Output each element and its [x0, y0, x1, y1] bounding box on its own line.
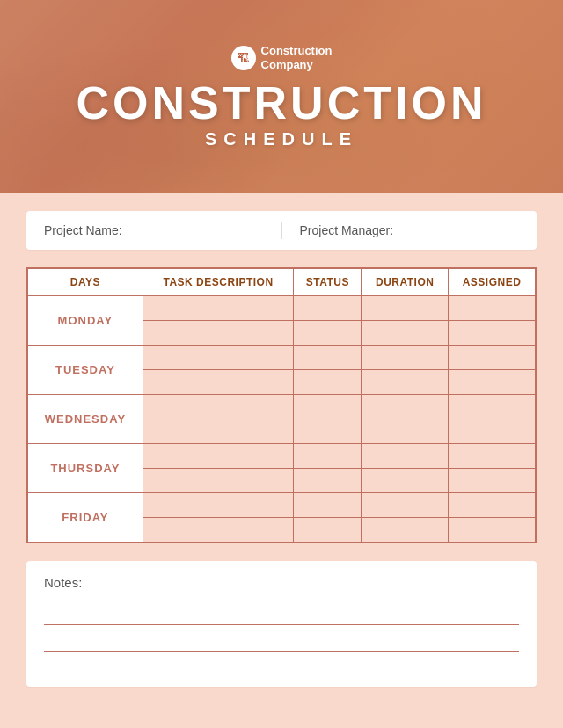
assigned-cell[interactable] — [448, 469, 536, 493]
hero-section: 🏗 ConstructionCompany CONSTRUCTION SCHED… — [0, 0, 563, 193]
assigned-cell[interactable] — [448, 321, 536, 346]
col-header-duration: DURATION — [362, 268, 449, 296]
day-tuesday: TUESDAY — [27, 346, 143, 395]
task-cell[interactable] — [143, 419, 293, 444]
notes-label: Notes: — [44, 575, 519, 590]
table-header-row: DAYS TASK DESCRIPTION STATUS DURATION AS… — [27, 268, 536, 296]
assigned-cell[interactable] — [448, 395, 536, 419]
task-cell[interactable] — [143, 469, 293, 493]
task-cell[interactable] — [143, 444, 293, 469]
task-cell[interactable] — [143, 296, 293, 321]
notes-line-2 — [44, 634, 519, 652]
status-cell[interactable] — [294, 444, 362, 469]
task-cell[interactable] — [143, 395, 293, 419]
hero-subtitle: SCHEDULE — [205, 129, 358, 149]
logo-text: ConstructionCompany — [261, 44, 333, 71]
logo-bar: 🏗 ConstructionCompany — [231, 44, 333, 71]
task-cell[interactable] — [143, 346, 293, 370]
table-row: FRIDAY — [27, 493, 536, 518]
project-manager-label: Project Manager: — [300, 223, 520, 237]
duration-cell[interactable] — [362, 469, 449, 493]
day-thursday: THURSDAY — [27, 444, 143, 493]
hero-content: 🏗 ConstructionCompany CONSTRUCTION SCHED… — [0, 0, 563, 193]
assigned-cell[interactable] — [448, 444, 536, 469]
assigned-cell[interactable] — [448, 296, 536, 321]
schedule-table-wrapper: DAYS TASK DESCRIPTION STATUS DURATION AS… — [26, 267, 537, 543]
task-cell[interactable] — [143, 518, 293, 542]
duration-cell[interactable] — [362, 321, 449, 346]
status-cell[interactable] — [294, 469, 362, 493]
duration-cell[interactable] — [362, 419, 449, 444]
project-name-label: Project Name: — [44, 223, 264, 237]
duration-cell[interactable] — [362, 346, 449, 370]
duration-cell[interactable] — [362, 296, 449, 321]
status-cell[interactable] — [294, 419, 362, 444]
assigned-cell[interactable] — [448, 419, 536, 444]
duration-cell[interactable] — [362, 395, 449, 419]
assigned-cell[interactable] — [448, 346, 536, 370]
col-header-task: TASK DESCRIPTION — [143, 268, 293, 296]
status-cell[interactable] — [294, 321, 362, 346]
table-row: MONDAY — [27, 296, 536, 321]
project-bar: Project Name: Project Manager: — [26, 211, 537, 250]
col-header-days: DAYS — [27, 268, 143, 296]
duration-cell[interactable] — [362, 493, 449, 518]
duration-cell[interactable] — [362, 370, 449, 395]
status-cell[interactable] — [294, 370, 362, 395]
status-cell[interactable] — [294, 518, 362, 542]
notes-section: Notes: — [26, 561, 537, 687]
table-row: THURSDAY — [27, 444, 536, 469]
assigned-cell[interactable] — [448, 370, 536, 395]
col-header-assigned: ASSIGNED — [448, 268, 536, 296]
status-cell[interactable] — [294, 346, 362, 370]
duration-cell[interactable] — [362, 444, 449, 469]
assigned-cell[interactable] — [448, 518, 536, 542]
logo-icon: 🏗 — [231, 46, 256, 70]
col-header-status: STATUS — [294, 268, 362, 296]
assigned-cell[interactable] — [448, 493, 536, 518]
day-wednesday: WEDNESDAY — [27, 395, 143, 444]
duration-cell[interactable] — [362, 518, 449, 542]
status-cell[interactable] — [294, 395, 362, 419]
table-row: TUESDAY — [27, 346, 536, 370]
project-bar-divider — [282, 222, 282, 239]
task-cell[interactable] — [143, 321, 293, 346]
task-cell[interactable] — [143, 370, 293, 395]
status-cell[interactable] — [294, 493, 362, 518]
hero-title: CONSTRUCTION — [77, 80, 487, 126]
task-cell[interactable] — [143, 493, 293, 518]
table-row: WEDNESDAY — [27, 395, 536, 419]
status-cell[interactable] — [294, 296, 362, 321]
schedule-table: DAYS TASK DESCRIPTION STATUS DURATION AS… — [26, 267, 537, 543]
notes-line-1 — [44, 608, 519, 625]
day-friday: FRIDAY — [27, 493, 143, 542]
day-monday: MONDAY — [27, 296, 143, 346]
